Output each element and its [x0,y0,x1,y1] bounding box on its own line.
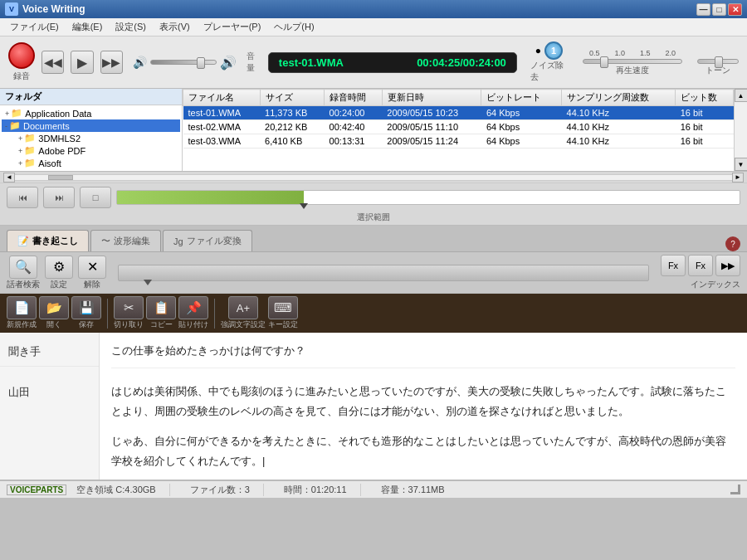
player-area: 録音 ◀◀ ▶ ▶▶ 🔊 🔊 音量 test-01.WMA 00:04:25/0… [0,37,747,89]
horizontal-scrollbar[interactable] [15,174,732,181]
minimize-button[interactable]: — [696,3,710,16]
tone-section: トーン [697,49,739,76]
key-label: キー設定 [268,319,298,330]
record-button[interactable] [8,42,35,69]
copy-label: コピー [150,319,173,330]
speaker-search-button[interactable]: 🔍 [9,256,37,279]
volume-slider[interactable] [150,60,217,65]
file-scrollbar[interactable]: ▲ ▼ [734,89,747,171]
scroll-right-button[interactable]: ► [732,173,744,183]
track-display: test-01.WMA 00:04:25/00:24:00 [268,52,517,73]
speaker-yamada: 山田 [0,373,99,407]
play-button[interactable]: ▶ [71,51,93,74]
noise-off-icon: ● [535,45,541,56]
open-label: 開く [46,319,61,330]
settings-button[interactable]: ⚙ [45,256,73,279]
folder-pane: フォルダ + 📁 Application Data - 📁 Documents … [0,89,183,171]
close-button[interactable]: ✕ [728,3,742,16]
folder-header: フォルダ [0,89,182,105]
speaker-search-group: 🔍 話者検索 [7,256,40,290]
table-row[interactable]: test-03.WMA 6,410 KB 00:13:31 2009/05/15… [183,134,734,149]
scroll-up-button[interactable]: ▲ [735,89,748,102]
speed-label: 再生速度 [616,65,649,76]
emphasis-button[interactable]: A+ [228,296,258,319]
menu-view[interactable]: 表示(V) [153,19,197,35]
speed-slider[interactable] [583,59,682,64]
status-filecount: ファイル数：3 [190,484,264,496]
status-bar: VOICEPARTS 空き領域 C:4.30GB ファイル数：3 時間：01:2… [0,480,747,498]
tab-close-button[interactable]: ? [725,236,740,251]
key-button[interactable]: ⌨ [268,296,298,319]
index-track[interactable] [118,265,649,281]
transcript-content[interactable]: この仕事を始めたきっかけは何ですか？ はじめは美術関係、中でも彫刻のほうに進みた… [100,333,747,480]
volume-section: 🔊 🔊 [133,55,237,71]
folder-item-appdata[interactable]: + 📁 Application Data [2,107,180,119]
col-bitrate[interactable]: ビットレート [481,90,562,106]
index-btn-2[interactable]: Fx [688,255,713,276]
emphasis-label: 強調文字設定 [221,319,266,330]
folder-item-3dmhls2[interactable]: + 📁 3DMHLS2 [2,132,180,144]
cut-button[interactable]: ✂ [114,296,144,319]
file-browser: フォルダ + 📁 Application Data - 📁 Documents … [0,89,747,172]
index-btn-1[interactable]: Fx [661,255,686,276]
scrollbar-horizontal-area: ◄ ► ⏮ ⏭ □ 選択範囲 [0,172,747,226]
index-btn-3[interactable]: ▶▶ [715,255,740,276]
folder-icon: 📁 [24,145,36,156]
scroll-left-button[interactable]: ◄ [3,173,15,183]
menu-file[interactable]: ファイル(E) [3,19,66,35]
waveform-controls: ⏮ ⏭ □ [0,183,747,212]
cut-button-group: ✂ 切り取り [114,296,144,330]
forward-button[interactable]: ▶▶ [100,51,123,74]
open-button-group: 📂 開く [39,296,69,330]
menu-player[interactable]: プレーヤー(P) [197,19,268,35]
col-duration[interactable]: 録音時間 [325,90,383,106]
col-bits[interactable]: ビット数 [676,90,734,106]
copy-button[interactable]: 📋 [146,296,176,319]
folder-item-documents[interactable]: - 📁 Documents [2,119,180,132]
app-icon: V [5,2,18,16]
status-size: 容量：37.11MB [381,484,445,496]
file-pane: ファイル名 サイズ 録音時間 更新日時 ビットレート サンプリング周波数 ビット… [183,89,747,171]
toolbar-secondary: 🔍 話者検索 ⚙ 設定 ✕ 解除 Fx Fx ▶▶ インデックス [0,252,747,294]
col-filename[interactable]: ファイル名 [183,90,261,106]
track-name: test-01.WMA [279,56,344,69]
tab-transcription[interactable]: 📝 書き起こし [7,230,89,251]
speaker-column: 聞き手 山田 [0,333,100,480]
folder-item-adobepdf[interactable]: + 📁 Adobe PDF [2,144,180,157]
waveform-btn-2[interactable]: ⏭ [43,187,75,208]
toolbar-divider-2 [214,299,215,329]
rewind-button[interactable]: ◀◀ [42,51,64,74]
folder-tree[interactable]: + 📁 Application Data - 📁 Documents + 📁 3… [0,105,182,169]
waveform-track[interactable] [116,190,740,205]
menu-edit[interactable]: 編集(E) [66,19,110,35]
open-button[interactable]: 📂 [39,296,69,319]
scroll-down-button[interactable]: ▼ [735,158,748,171]
table-row[interactable]: test-01.WMA 11,373 KB 00:24:00 2009/05/1… [183,106,734,120]
paste-button[interactable]: 📌 [178,296,208,319]
tab-waveform[interactable]: 〜 波形編集 [90,230,161,251]
settings-group: ⚙ 設定 [45,256,73,290]
file-table: ファイル名 サイズ 録音時間 更新日時 ビットレート サンプリング周波数 ビット… [183,89,734,149]
maximize-button[interactable]: □ [712,3,726,16]
toolbar-divider-1 [107,299,108,329]
tone-slider[interactable] [697,59,739,64]
window-controls: — □ ✕ [696,3,742,16]
waveform-btn-3[interactable]: □ [80,187,111,208]
release-button[interactable]: ✕ [78,256,106,279]
release-group: ✕ 解除 [78,256,106,290]
waveform-btn-1[interactable]: ⏮ [7,187,38,208]
resize-handle[interactable] [730,485,740,494]
tab-fileconvert[interactable]: Jg ファイル変換 [163,230,252,251]
col-date[interactable]: 更新日時 [382,90,481,106]
new-button[interactable]: 📄 [7,296,37,319]
speaker-kikikite: 聞き手 [0,333,99,367]
folder-item-aisoft[interactable]: + 📁 Aisoft [2,157,180,169]
col-size[interactable]: サイズ [260,90,325,106]
save-button[interactable]: 💾 [71,296,101,319]
col-freq[interactable]: サンプリング周波数 [562,90,676,106]
menu-settings[interactable]: 設定(S) [109,19,153,35]
table-row[interactable]: test-02.WMA 20,212 KB 00:42:40 2009/05/1… [183,120,734,134]
copy-button-group: 📋 コピー [146,296,176,330]
menu-help[interactable]: ヘルプ(H) [267,19,320,35]
folder-icon: 📁 [11,108,22,119]
